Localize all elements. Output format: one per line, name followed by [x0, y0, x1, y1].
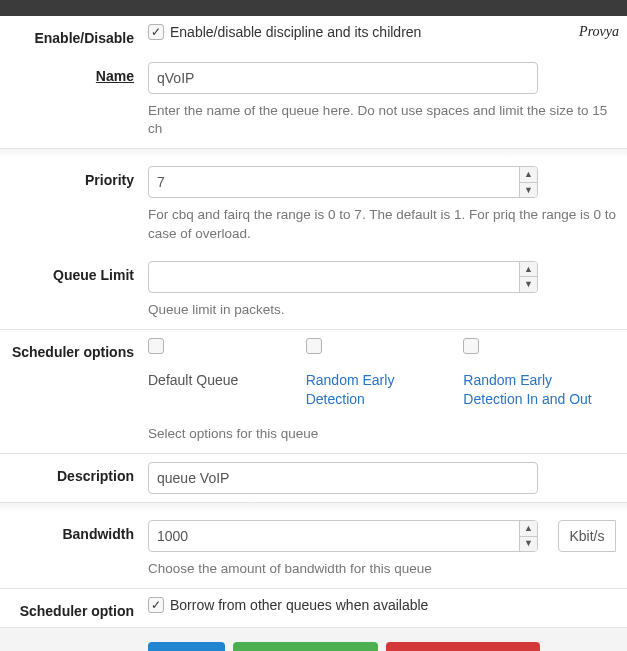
enable-text: Enable/disable discipline and its childr… — [170, 24, 421, 40]
enable-checkbox[interactable]: ✓ — [148, 24, 164, 40]
queue-limit-input[interactable] — [148, 261, 538, 293]
label-enable: Enable/Disable — [34, 30, 134, 46]
row-scheduler-option: Scheduler option ✓ Borrow from other que… — [0, 589, 627, 627]
brand-logo: Provya — [579, 24, 619, 40]
label-priority: Priority — [85, 172, 134, 188]
row-enable: Enable/Disable ✓ Enable/disable discipli… — [0, 16, 627, 54]
label-scheduler-option: Scheduler option — [20, 603, 134, 619]
save-button[interactable]: Save — [148, 642, 225, 651]
help-queue-limit: Queue limit in packets. — [0, 301, 627, 329]
help-name: Enter the name of the queue here. Do not… — [0, 102, 627, 148]
queue-limit-spinner[interactable]: ▲ ▼ — [148, 261, 538, 293]
sched-opt-red-io-label[interactable]: Random Early Detection In and Out — [463, 371, 611, 409]
label-description: Description — [57, 468, 134, 484]
borrow-text: Borrow from other queues when available — [170, 597, 428, 613]
row-name: Name — [0, 54, 627, 102]
sched-opt-red: Random Early Detection — [306, 338, 464, 409]
bandwidth-spinner[interactable]: ▲ ▼ — [148, 520, 538, 552]
priority-spinner[interactable]: ▲ ▼ — [148, 166, 538, 198]
row-description: Description — [0, 454, 627, 502]
sched-opt-default-checkbox[interactable] — [148, 338, 164, 354]
bandwidth-step-up[interactable]: ▲ — [520, 521, 537, 537]
bandwidth-input[interactable] — [148, 520, 538, 552]
label-name: Name — [96, 68, 134, 84]
borrow-checkbox[interactable]: ✓ — [148, 597, 164, 613]
row-bandwidth: Bandwidth ▲ ▼ Kbit/s — [0, 512, 627, 560]
label-bandwidth: Bandwidth — [62, 526, 134, 542]
bandwidth-step-down[interactable]: ▼ — [520, 537, 537, 552]
row-scheduler-options: Scheduler options Default Queue Random E… — [0, 330, 627, 411]
priority-step-up[interactable]: ▲ — [520, 167, 537, 183]
label-queue-limit: Queue Limit — [53, 267, 134, 283]
row-queue-limit: Queue Limit ▲ ▼ — [0, 253, 627, 301]
separator — [0, 148, 627, 158]
sched-opt-red-io-checkbox[interactable] — [463, 338, 479, 354]
sched-opt-red-io: Random Early Detection In and Out — [463, 338, 621, 409]
enable-checkbox-line[interactable]: ✓ Enable/disable discipline and its chil… — [148, 24, 421, 40]
help-priority: For cbq and fairq the range is 0 to 7. T… — [0, 206, 627, 252]
help-bandwidth: Choose the amount of bandwidth for this … — [0, 560, 627, 588]
sched-opt-red-label[interactable]: Random Early Detection — [306, 371, 454, 409]
footer: Save Add new Queue Delete this queue — [0, 627, 627, 651]
borrow-checkbox-line[interactable]: ✓ Borrow from other queues when availabl… — [148, 597, 428, 613]
priority-input[interactable] — [148, 166, 538, 198]
bandwidth-unit-select[interactable]: Kbit/s — [558, 520, 616, 552]
separator-2 — [0, 502, 627, 512]
sched-opt-red-checkbox[interactable] — [306, 338, 322, 354]
queue-limit-step-down[interactable]: ▼ — [520, 277, 537, 292]
top-bar — [0, 0, 627, 16]
priority-step-down[interactable]: ▼ — [520, 183, 537, 198]
help-scheduler-options: Select options for this queue — [0, 411, 627, 453]
sched-opt-default-label: Default Queue — [148, 371, 296, 390]
name-input[interactable] — [148, 62, 538, 94]
sched-opt-default: Default Queue — [148, 338, 306, 409]
queue-limit-step-up[interactable]: ▲ — [520, 262, 537, 278]
description-input[interactable] — [148, 462, 538, 494]
add-queue-button[interactable]: Add new Queue — [233, 642, 378, 651]
delete-queue-button[interactable]: Delete this queue — [386, 642, 540, 651]
label-scheduler-options: Scheduler options — [12, 344, 134, 360]
row-priority: Priority ▲ ▼ — [0, 158, 627, 206]
